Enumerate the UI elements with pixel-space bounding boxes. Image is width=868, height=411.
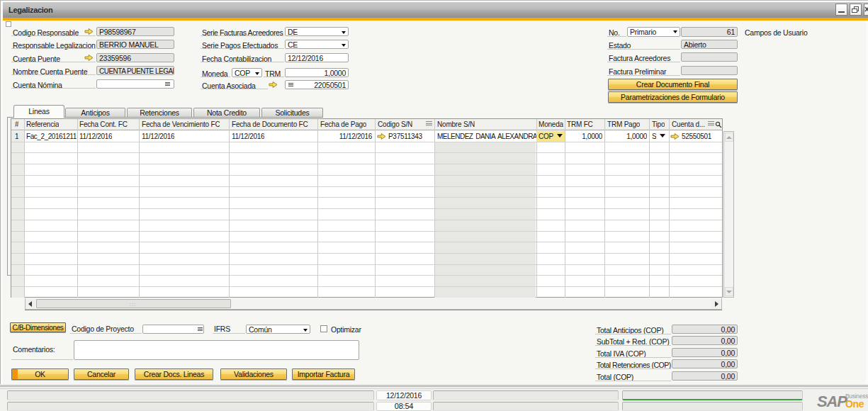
svg-text:One: One xyxy=(845,398,864,410)
svg-text:SAP: SAP xyxy=(817,393,847,410)
